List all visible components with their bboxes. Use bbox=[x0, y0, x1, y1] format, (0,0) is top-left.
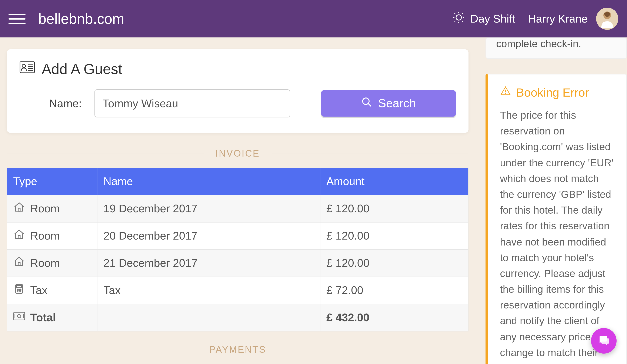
booking-error-alert: Booking Error The price for this reserva… bbox=[485, 74, 627, 364]
home-icon bbox=[13, 256, 25, 271]
user-name[interactable]: Harry Krane bbox=[528, 12, 588, 25]
svg-point-28 bbox=[19, 290, 20, 291]
total-label: Total bbox=[30, 311, 56, 324]
shift-toggle[interactable]: Day Shift bbox=[453, 11, 515, 27]
shift-label: Day Shift bbox=[470, 12, 515, 25]
svg-line-4 bbox=[462, 21, 463, 21]
row-amount: £ 120.00 bbox=[320, 222, 468, 250]
table-row[interactable]: Room21 December 2017£ 120.00 bbox=[7, 250, 468, 277]
svg-point-35 bbox=[505, 93, 506, 94]
search-button[interactable]: Search bbox=[321, 90, 456, 117]
svg-line-3 bbox=[455, 13, 456, 14]
chat-icon bbox=[597, 334, 610, 348]
svg-line-7 bbox=[455, 21, 456, 21]
money-icon bbox=[13, 310, 25, 325]
table-header-row: Type Name Amount bbox=[7, 168, 468, 195]
row-type: Room bbox=[30, 257, 60, 270]
menu-icon[interactable] bbox=[8, 10, 26, 27]
svg-point-17 bbox=[363, 98, 369, 104]
svg-rect-23 bbox=[17, 285, 21, 287]
avatar[interactable] bbox=[596, 8, 618, 30]
table-row[interactable]: Room20 December 2017£ 120.00 bbox=[7, 222, 468, 250]
row-name: 19 December 2017 bbox=[97, 195, 320, 222]
col-type: Type bbox=[7, 168, 97, 195]
chat-fab[interactable] bbox=[591, 328, 617, 354]
home-icon bbox=[13, 228, 25, 243]
row-name: 20 December 2017 bbox=[97, 222, 320, 250]
notice-card: complete check-in. bbox=[485, 37, 627, 59]
table-row[interactable]: TaxTax£ 72.00 bbox=[7, 277, 468, 304]
svg-rect-20 bbox=[18, 236, 20, 239]
svg-point-31 bbox=[17, 314, 21, 318]
svg-rect-19 bbox=[18, 208, 20, 211]
svg-line-8 bbox=[462, 13, 463, 14]
row-name: 21 December 2017 bbox=[97, 250, 320, 277]
row-type: Room bbox=[30, 202, 60, 215]
svg-point-0 bbox=[456, 15, 462, 20]
svg-rect-21 bbox=[18, 263, 20, 266]
row-amount: £ 72.00 bbox=[320, 277, 468, 304]
table-row[interactable]: Room19 December 2017£ 120.00 bbox=[7, 195, 468, 222]
id-card-icon bbox=[20, 59, 35, 78]
add-guest-card: Add A Guest Name: Search bbox=[7, 49, 469, 133]
row-type: Room bbox=[30, 229, 60, 243]
row-amount: £ 120.00 bbox=[320, 195, 468, 222]
sun-icon bbox=[453, 11, 465, 27]
search-icon bbox=[361, 96, 372, 110]
payments-section-label: PAYMENTS bbox=[7, 344, 469, 355]
col-name: Name bbox=[97, 168, 320, 195]
invoice-section-label: INVOICE bbox=[7, 148, 469, 159]
row-type: Tax bbox=[30, 284, 48, 297]
add-guest-title: Add A Guest bbox=[42, 61, 122, 77]
row-amount: £ 120.00 bbox=[320, 250, 468, 277]
top-bar: bellebnb.com Day Shift Harry Krane bbox=[0, 0, 627, 37]
calc-icon bbox=[13, 283, 25, 298]
svg-point-29 bbox=[20, 290, 21, 291]
total-amount: £ 432.00 bbox=[320, 304, 468, 331]
svg-rect-11 bbox=[20, 62, 35, 73]
alert-body-text: The price for this reservation on 'Booki… bbox=[500, 107, 615, 364]
svg-point-27 bbox=[17, 290, 18, 291]
invoice-table: Type Name Amount Room19 December 2017£ 1… bbox=[7, 168, 469, 331]
search-button-label: Search bbox=[378, 97, 416, 110]
svg-point-12 bbox=[22, 64, 26, 68]
svg-point-24 bbox=[17, 289, 18, 290]
notice-text: complete check-in. bbox=[496, 38, 581, 49]
svg-line-18 bbox=[368, 104, 371, 106]
svg-point-26 bbox=[20, 289, 21, 290]
name-label: Name: bbox=[46, 97, 82, 110]
alert-title-text: Booking Error bbox=[516, 86, 589, 99]
brand-logo[interactable]: bellebnb.com bbox=[38, 10, 124, 27]
warning-icon bbox=[500, 86, 511, 100]
col-amount: Amount bbox=[320, 168, 468, 195]
total-row: Total£ 432.00 bbox=[7, 304, 468, 331]
row-name: Tax bbox=[97, 277, 320, 304]
home-icon bbox=[13, 201, 25, 216]
svg-rect-30 bbox=[14, 312, 25, 320]
guest-name-input[interactable] bbox=[95, 89, 290, 117]
svg-point-25 bbox=[19, 289, 20, 290]
